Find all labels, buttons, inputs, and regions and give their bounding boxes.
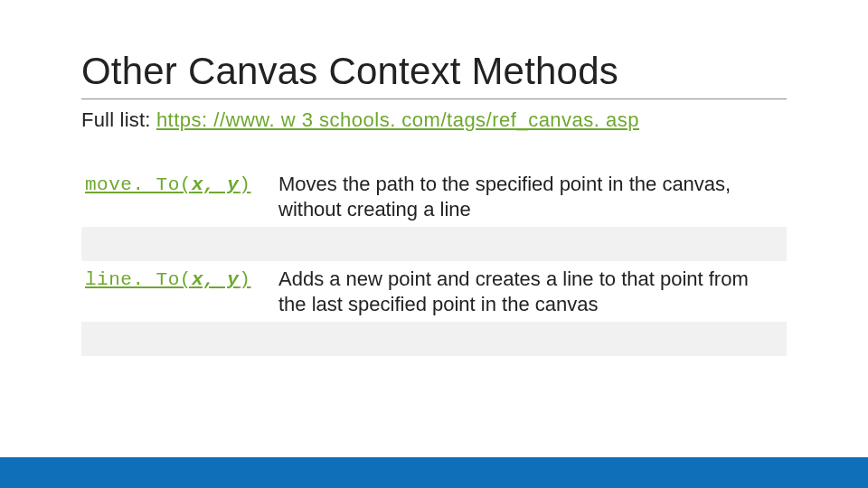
- method-args: x, y: [192, 269, 239, 290]
- subtitle-label: Full list:: [81, 108, 156, 131]
- method-prefix: line. To(: [85, 269, 192, 290]
- method-description: Moves the path to the specified point in…: [275, 166, 787, 227]
- table-row: line. To(x, y) Adds a new point and crea…: [81, 261, 787, 322]
- method-description: Adds a new point and creates a line to t…: [275, 261, 787, 322]
- footer-bar: [0, 457, 868, 488]
- table-row: [81, 322, 787, 356]
- method-prefix: move. To(: [85, 174, 192, 195]
- method-link-moveto[interactable]: move. To(x, y): [85, 174, 250, 195]
- slide: Other Canvas Context Methods Full list: …: [0, 0, 868, 488]
- subtitle: Full list: https: //www. w 3 schools. co…: [81, 108, 787, 132]
- methods-table: move. To(x, y) Moves the path to the spe…: [81, 166, 787, 356]
- slide-title: Other Canvas Context Methods: [81, 50, 787, 93]
- method-suffix: ): [239, 269, 250, 290]
- table-row: move. To(x, y) Moves the path to the spe…: [81, 166, 787, 227]
- method-suffix: ): [239, 174, 250, 195]
- method-args: x, y: [192, 174, 239, 195]
- reference-link[interactable]: https: //www. w 3 schools. com/tags/ref_…: [156, 108, 639, 131]
- table-row: [81, 227, 787, 261]
- title-divider: [81, 99, 787, 99]
- method-link-lineto[interactable]: line. To(x, y): [85, 269, 250, 290]
